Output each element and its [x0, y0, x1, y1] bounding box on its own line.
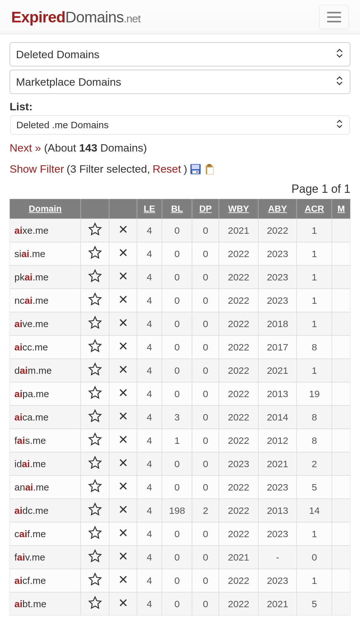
remove-x-button[interactable]	[109, 546, 137, 569]
domain-cell[interactable]: aicc.me	[10, 335, 81, 359]
col-header-mm[interactable]: M	[332, 199, 350, 219]
domain-cell[interactable]: aica.me	[10, 405, 81, 429]
mm-cell	[332, 335, 350, 359]
watchlist-star-button[interactable]	[81, 289, 109, 312]
remove-x-button[interactable]	[109, 335, 137, 359]
watchlist-star-button[interactable]	[81, 242, 109, 265]
domain-tld: .me	[29, 552, 45, 562]
acr-cell: 8	[297, 335, 332, 359]
remove-x-button[interactable]	[109, 429, 137, 452]
watchlist-star-button[interactable]	[81, 219, 109, 242]
remove-x-button[interactable]	[109, 592, 137, 616]
domain-cell[interactable]: siai.me	[10, 242, 81, 265]
domain-cell[interactable]: aixe.me	[10, 219, 81, 242]
wby-cell: 2022	[219, 475, 258, 499]
bl-cell: 198	[162, 499, 192, 522]
aby-cell: 2023	[258, 569, 297, 592]
watchlist-star-button[interactable]	[81, 499, 109, 522]
domain-tld: .me	[30, 459, 46, 469]
remove-x-button[interactable]	[109, 569, 137, 592]
domain-post: dc	[22, 505, 33, 516]
watchlist-star-button[interactable]	[81, 546, 109, 569]
remove-x-button[interactable]	[109, 452, 137, 475]
list-select[interactable]: Deleted .me Domains	[10, 115, 350, 135]
mm-cell	[332, 242, 350, 265]
remove-x-button[interactable]	[109, 522, 137, 546]
show-filter-link[interactable]: Show Filter	[10, 163, 64, 175]
domain-highlight: ai	[21, 248, 29, 259]
watchlist-star-button[interactable]	[81, 429, 109, 452]
aby-cell: 2022	[258, 219, 297, 242]
domain-cell[interactable]: aipa.me	[10, 382, 81, 405]
domain-tld: .me	[30, 435, 46, 446]
wby-cell: 2021	[219, 546, 258, 569]
table-header-row: Domain LE BL DP WBY ABY ACR M	[10, 199, 350, 219]
domain-post: ca	[22, 412, 33, 422]
col-header-dp[interactable]: DP	[192, 199, 219, 219]
domain-post: xe	[22, 225, 33, 236]
col-header-le[interactable]: LE	[137, 199, 162, 219]
watchlist-star-button[interactable]	[81, 475, 109, 499]
remove-x-button[interactable]	[109, 312, 137, 335]
filter-count-text: (3 Filter selected,	[67, 163, 150, 175]
aby-cell: 2023	[258, 289, 297, 312]
acr-cell: 1	[297, 522, 332, 546]
deleted-domains-select[interactable]: Deleted Domains	[10, 42, 350, 67]
acr-cell: 19	[297, 382, 332, 405]
watchlist-star-button[interactable]	[81, 592, 109, 616]
domain-post: v	[25, 552, 29, 562]
marketplace-domains-select[interactable]: Marketplace Domains	[10, 70, 350, 94]
mm-cell	[332, 382, 350, 405]
domain-cell[interactable]: daim.me	[10, 359, 81, 382]
col-header-aby[interactable]: ABY	[258, 199, 297, 219]
domain-tld: .me	[33, 295, 49, 306]
domain-cell[interactable]: aibt.me	[10, 592, 81, 616]
domain-cell[interactable]: aidc.me	[10, 499, 81, 522]
remove-x-button[interactable]	[109, 405, 137, 429]
le-cell: 4	[137, 242, 162, 265]
hamburger-menu-button[interactable]	[319, 5, 349, 29]
watchlist-star-button[interactable]	[81, 522, 109, 546]
col-header-domain[interactable]: Domain	[10, 199, 81, 219]
watchlist-star-button[interactable]	[81, 335, 109, 359]
remove-x-button[interactable]	[109, 499, 137, 522]
col-header-bl[interactable]: BL	[162, 199, 192, 219]
clipboard-icon[interactable]	[204, 163, 215, 175]
remove-x-button[interactable]	[109, 359, 137, 382]
watchlist-star-button[interactable]	[81, 265, 109, 289]
bl-cell: 0	[162, 569, 192, 592]
bl-cell: 0	[162, 265, 192, 289]
site-logo[interactable]: ExpiredDomains.net	[11, 8, 140, 26]
reset-filter-link[interactable]: Reset	[153, 163, 181, 175]
col-header-acr[interactable]: ACR	[297, 199, 332, 219]
domain-cell[interactable]: caif.me	[10, 522, 81, 546]
remove-x-button[interactable]	[109, 219, 137, 242]
col-header-wby[interactable]: WBY	[219, 199, 258, 219]
acr-cell: 14	[297, 499, 332, 522]
col-header-x	[109, 199, 137, 219]
watchlist-star-button[interactable]	[81, 452, 109, 475]
domain-cell[interactable]: fais.me	[10, 429, 81, 452]
watchlist-star-button[interactable]	[81, 405, 109, 429]
save-disk-icon[interactable]	[190, 163, 201, 175]
remove-x-button[interactable]	[109, 382, 137, 405]
remove-x-button[interactable]	[109, 242, 137, 265]
dp-cell: 0	[192, 312, 219, 335]
domain-cell[interactable]: aive.me	[10, 312, 81, 335]
domain-cell[interactable]: aicf.me	[10, 569, 81, 592]
le-cell: 4	[137, 312, 162, 335]
next-page-link[interactable]: Next »	[10, 142, 41, 154]
domain-cell[interactable]: ncai.me	[10, 289, 81, 312]
watchlist-star-button[interactable]	[81, 569, 109, 592]
domain-cell[interactable]: anai.me	[10, 475, 81, 499]
table-row: aicf.me400202220231	[10, 569, 350, 592]
domain-cell[interactable]: idai.me	[10, 452, 81, 475]
domain-cell[interactable]: pkai.me	[10, 265, 81, 289]
watchlist-star-button[interactable]	[81, 312, 109, 335]
remove-x-button[interactable]	[109, 265, 137, 289]
domain-cell[interactable]: faiv.me	[10, 546, 81, 569]
remove-x-button[interactable]	[109, 475, 137, 499]
watchlist-star-button[interactable]	[81, 382, 109, 405]
watchlist-star-button[interactable]	[81, 359, 109, 382]
remove-x-button[interactable]	[109, 289, 137, 312]
